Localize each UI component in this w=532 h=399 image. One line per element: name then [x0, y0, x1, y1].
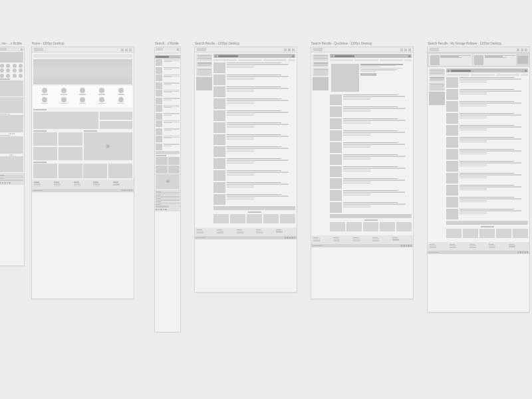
garage-search-button[interactable] — [517, 56, 528, 64]
garage-icon[interactable] — [121, 49, 124, 51]
result-item[interactable] — [213, 158, 295, 169]
result-item[interactable] — [156, 136, 180, 142]
result-item[interactable] — [330, 202, 412, 213]
social-icon[interactable] — [410, 245, 412, 247]
social-icon[interactable] — [287, 237, 289, 239]
garage-icon[interactable] — [400, 49, 403, 51]
diy-block[interactable] — [0, 136, 23, 154]
social-icon[interactable] — [403, 245, 405, 247]
search-input[interactable] — [33, 54, 132, 58]
social-icon[interactable] — [165, 209, 167, 211]
category-icon[interactable] — [13, 74, 17, 78]
result-item[interactable] — [156, 59, 180, 66]
category-icon[interactable] — [0, 74, 4, 78]
sort-dropdown[interactable] — [213, 59, 237, 62]
close-icon[interactable] — [408, 55, 410, 57]
result-item[interactable] — [330, 106, 412, 117]
product-card[interactable] — [33, 132, 57, 146]
result-item[interactable] — [213, 122, 295, 133]
sidebar-promo[interactable] — [196, 77, 212, 90]
recent-card[interactable] — [363, 222, 378, 231]
social-icon[interactable] — [527, 251, 529, 253]
pagination-dot[interactable] — [12, 133, 13, 134]
product-card[interactable] — [59, 132, 82, 146]
result-item[interactable] — [446, 89, 528, 100]
close-icon[interactable] — [525, 70, 527, 72]
result-item[interactable] — [446, 113, 528, 124]
sort-dropdown[interactable] — [446, 74, 469, 76]
social-icon[interactable] — [406, 245, 408, 247]
result-item[interactable] — [213, 63, 295, 73]
social-icon[interactable] — [285, 237, 287, 239]
garage-icon[interactable] — [284, 49, 287, 51]
recent-card[interactable] — [513, 229, 528, 238]
category-icon[interactable] — [19, 74, 23, 78]
logo[interactable] — [156, 48, 163, 51]
sort-dropdown[interactable] — [380, 59, 403, 62]
recent-card[interactable] — [247, 214, 262, 223]
social-icon[interactable] — [0, 182, 1, 184]
cart-icon[interactable] — [292, 49, 295, 51]
hero-banner[interactable]: Marketing Banner — [33, 59, 132, 84]
recent-card[interactable] — [156, 166, 168, 174]
social-icon[interactable] — [408, 245, 410, 247]
diy-video-card[interactable] — [156, 174, 180, 189]
social-icon[interactable] — [7, 182, 9, 184]
result-item[interactable] — [213, 170, 295, 181]
category-icon[interactable] — [6, 64, 10, 68]
account-icon[interactable] — [288, 49, 291, 51]
content-block[interactable] — [0, 156, 23, 172]
value-prop-card[interactable] — [108, 164, 132, 178]
result-item[interactable] — [330, 154, 412, 165]
sidebar-promo[interactable] — [429, 92, 445, 105]
result-item[interactable] — [213, 86, 295, 97]
sort-dropdown[interactable] — [263, 59, 287, 62]
garage-vehicle-card[interactable] — [473, 54, 517, 66]
category-item[interactable] — [118, 97, 124, 104]
result-item[interactable] — [213, 134, 295, 145]
social-icon[interactable] — [401, 245, 403, 247]
promo-block[interactable] — [0, 80, 23, 96]
promo-block[interactable] — [0, 97, 23, 113]
result-item[interactable] — [330, 166, 412, 177]
result-item[interactable] — [330, 142, 412, 153]
sidebar-promo[interactable] — [313, 77, 329, 90]
social-icon[interactable] — [131, 190, 133, 192]
recent-card[interactable] — [479, 229, 495, 238]
social-icon[interactable] — [2, 182, 4, 184]
result-item[interactable] — [213, 98, 295, 109]
logo[interactable] — [34, 48, 43, 51]
social-icon[interactable] — [4, 182, 6, 184]
garage-icon[interactable] — [517, 49, 519, 51]
promo-banner[interactable] — [100, 112, 132, 120]
result-item[interactable] — [446, 197, 528, 207]
load-more-button[interactable] — [446, 221, 528, 225]
result-item[interactable] — [446, 209, 528, 219]
recent-card[interactable] — [263, 214, 279, 223]
category-icon[interactable] — [6, 74, 10, 78]
result-item[interactable] — [213, 110, 295, 121]
category-item[interactable] — [61, 97, 67, 104]
recent-card[interactable] — [463, 229, 478, 238]
pagination-dot[interactable] — [9, 133, 10, 134]
social-icon[interactable] — [289, 237, 291, 239]
pagination-dot[interactable] — [13, 154, 14, 156]
recent-card[interactable] — [156, 157, 168, 165]
category-icon[interactable] — [19, 68, 23, 72]
sort-dropdown[interactable] — [496, 74, 519, 76]
category-item[interactable] — [61, 88, 67, 95]
sort-dropdown[interactable] — [238, 59, 261, 62]
pagination-dot[interactable] — [10, 133, 11, 134]
sort-dropdown[interactable] — [471, 74, 494, 76]
social-icon[interactable] — [519, 251, 521, 253]
social-icon[interactable] — [517, 251, 519, 253]
result-item[interactable] — [156, 82, 180, 89]
search-input[interactable] — [156, 52, 180, 55]
category-icon[interactable] — [13, 64, 17, 68]
footer-link[interactable] — [0, 180, 23, 181]
result-item[interactable] — [156, 74, 180, 81]
result-item[interactable] — [330, 130, 412, 141]
result-item[interactable] — [156, 90, 180, 96]
result-item[interactable] — [446, 101, 528, 112]
result-item[interactable] — [213, 74, 295, 85]
